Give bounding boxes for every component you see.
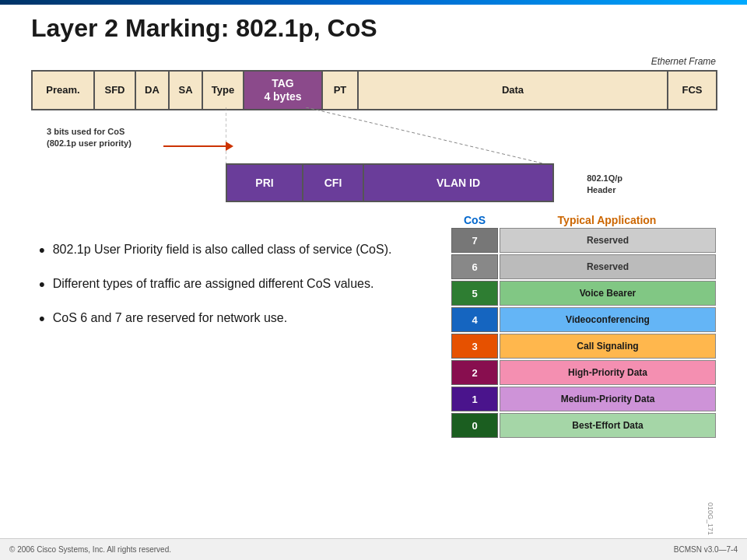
bullet-text-3: CoS 6 and 7 are reserved for network use… bbox=[53, 310, 288, 327]
svg-line-1 bbox=[306, 107, 552, 166]
frame-cell-sa: SA bbox=[168, 70, 203, 110]
slide: Layer 2 Marking: 802.1p, CoS Ethernet Fr… bbox=[0, 0, 747, 560]
bullet-text-1: 802.1p User Priority field is also calle… bbox=[53, 241, 392, 258]
cos-row-0: 0 Best-Effort Data bbox=[451, 413, 716, 438]
hdr-cell-pri: PRI bbox=[226, 163, 303, 202]
bullets: • 802.1p User Priority field is also cal… bbox=[39, 241, 428, 345]
frame-diagram: Ethernet Frame Pream. SFD DA SA Type TAG… bbox=[31, 70, 716, 110]
header-row: PRI CFI VLAN ID 802.1Q/pHeader bbox=[226, 163, 552, 202]
page-title: Layer 2 Marking: 802.1p, CoS bbox=[31, 14, 377, 43]
bullet-3: • CoS 6 and 7 are reserved for network u… bbox=[39, 310, 428, 328]
bullet-dot-3: • bbox=[39, 310, 45, 328]
frame-cell-tag: TAG4 bytes bbox=[243, 70, 323, 110]
cos-label-line2: (802.1p user priority) bbox=[47, 138, 132, 149]
watermark: 010G_171 bbox=[707, 502, 714, 535]
hdr-cell-cfi: CFI bbox=[302, 163, 364, 202]
cos-table: CoS Typical Application 7 Reserved 6 Res… bbox=[451, 214, 716, 439]
frame-cell-pream: Pream. bbox=[31, 70, 95, 110]
top-bar bbox=[0, 0, 747, 5]
frame-cell-fcs: FCS bbox=[667, 70, 717, 110]
cos-header-cos: CoS bbox=[451, 214, 498, 226]
frame-cell-data: Data bbox=[357, 70, 668, 110]
cos-table-header: CoS Typical Application bbox=[451, 214, 716, 226]
bullet-2: • Different types of traffic are assigne… bbox=[39, 275, 428, 294]
trapezoid-lines bbox=[226, 107, 552, 166]
cos-label-box: 3 bits used for CoS (802.1p user priorit… bbox=[47, 126, 132, 150]
course-id: BCMSN v3.0—7-4 bbox=[674, 545, 738, 554]
frame-row: Pream. SFD DA SA Type TAG4 bytes PT Data… bbox=[31, 70, 716, 110]
bullet-text-2: Different types of traffic are assigned … bbox=[53, 275, 374, 292]
frame-cell-pt: PT bbox=[321, 70, 359, 110]
hdr-cell-vlan: VLAN ID bbox=[363, 163, 554, 202]
frame-cell-type: Type bbox=[202, 70, 244, 110]
bullet-dot-2: • bbox=[39, 275, 45, 294]
cos-app-4: Videoconferencing bbox=[500, 307, 716, 332]
cos-num-1: 1 bbox=[451, 387, 498, 411]
cos-num-5: 5 bbox=[451, 281, 498, 306]
cos-num-4: 4 bbox=[451, 307, 498, 332]
cos-arrow bbox=[163, 142, 233, 151]
cos-row-6: 6 Reserved bbox=[451, 254, 716, 279]
cos-header-app: Typical Application bbox=[498, 214, 716, 226]
bullet-dot-1: • bbox=[39, 241, 45, 260]
arrow-line bbox=[163, 145, 226, 147]
cos-row-4: 4 Videoconferencing bbox=[451, 307, 716, 332]
header-label: 802.1Q/pHeader bbox=[587, 173, 622, 197]
cos-label-line1: 3 bits used for CoS bbox=[47, 126, 132, 138]
cos-num-6: 6 bbox=[451, 254, 498, 279]
cos-num-2: 2 bbox=[451, 360, 498, 385]
cos-row-2: 2 High-Priority Data bbox=[451, 360, 716, 385]
cos-num-3: 3 bbox=[451, 334, 498, 359]
cos-app-2: High-Priority Data bbox=[500, 360, 716, 385]
cos-app-3: Call Signaling bbox=[500, 334, 716, 359]
cos-row-3: 3 Call Signaling bbox=[451, 334, 716, 359]
arrow-head bbox=[226, 142, 233, 151]
bullet-1: • 802.1p User Priority field is also cal… bbox=[39, 241, 428, 260]
cos-app-1: Medium-Priority Data bbox=[500, 387, 716, 411]
cos-num-0: 0 bbox=[451, 413, 498, 438]
ethernet-label: Ethernet Frame bbox=[651, 56, 716, 67]
cos-app-5: Voice Bearer bbox=[500, 281, 716, 306]
cos-app-6: Reserved bbox=[500, 254, 716, 279]
cos-row-1: 1 Medium-Priority Data bbox=[451, 387, 716, 411]
cos-row-5: 5 Voice Bearer bbox=[451, 281, 716, 306]
frame-cell-da: DA bbox=[135, 70, 170, 110]
cos-num-7: 7 bbox=[451, 228, 498, 253]
copyright: © 2006 Cisco Systems, Inc. All rights re… bbox=[9, 545, 171, 554]
cos-row-7: 7 Reserved bbox=[451, 228, 716, 253]
cos-app-7: Reserved bbox=[500, 228, 716, 253]
footer: © 2006 Cisco Systems, Inc. All rights re… bbox=[0, 538, 747, 560]
frame-cell-sfd: SFD bbox=[93, 70, 136, 110]
cos-app-0: Best-Effort Data bbox=[500, 413, 716, 438]
